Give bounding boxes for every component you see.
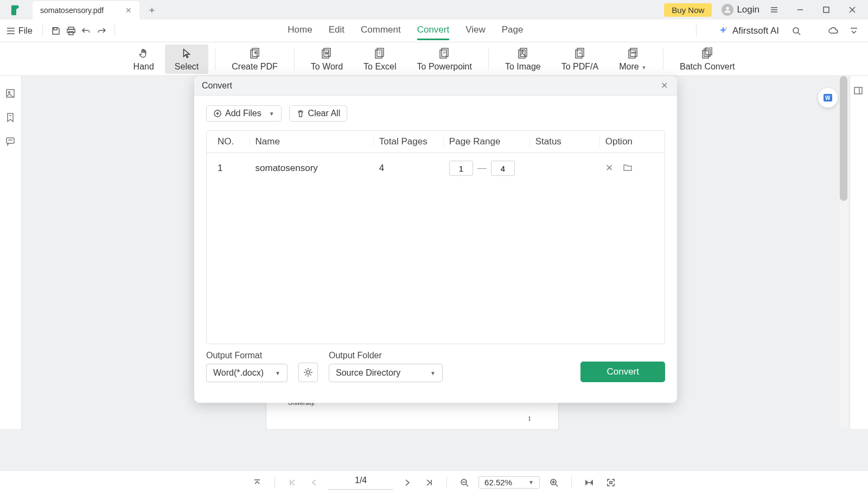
page-indicator[interactable]: 1/4: [328, 476, 393, 490]
convert-button[interactable]: Convert: [580, 362, 665, 382]
settings-button[interactable]: [298, 363, 318, 382]
clear-all-button[interactable]: Clear All: [289, 105, 348, 122]
divider: [294, 48, 295, 70]
buy-now-button[interactable]: Buy Now: [664, 3, 712, 17]
login-button[interactable]: Login: [722, 4, 760, 16]
document-tab[interactable]: somatosensory.pdf ✕: [33, 1, 139, 20]
bookmarks-icon[interactable]: [5, 112, 17, 124]
save-icon[interactable]: [48, 23, 63, 39]
range-from-input[interactable]: [449, 161, 473, 176]
more-tool[interactable]: More ▼: [609, 45, 656, 74]
word-float-button[interactable]: W: [818, 88, 838, 107]
select-tool[interactable]: Select: [165, 45, 208, 74]
zoom-out-icon[interactable]: [457, 475, 472, 490]
convert-ribbon: Hand Select Create PDF To Word E To Exce…: [0, 42, 868, 76]
tab-home[interactable]: Home: [288, 21, 312, 40]
to-image-tool[interactable]: To Image: [495, 45, 551, 74]
plus-circle-icon: [213, 109, 222, 118]
chevron-down-icon: ▼: [430, 370, 436, 376]
fit-width-icon[interactable]: [582, 475, 597, 490]
collapse-ribbon-icon[interactable]: [846, 23, 861, 39]
tab-page[interactable]: Page: [502, 21, 524, 40]
window-close-button[interactable]: [841, 2, 864, 18]
dialog-title: Convert: [202, 81, 232, 91]
output-folder-value: Source Directory: [336, 368, 400, 378]
word-icon: [320, 47, 334, 61]
first-page-icon[interactable]: [285, 475, 300, 490]
image-icon: [516, 47, 530, 61]
dialog-close-icon[interactable]: ✕: [659, 80, 669, 91]
svg-rect-48: [7, 138, 14, 143]
create-pdf-tool[interactable]: Create PDF: [222, 45, 287, 74]
batch-icon: [700, 47, 714, 61]
cloud-icon[interactable]: [826, 23, 841, 39]
svg-point-41: [635, 52, 636, 53]
to-word-tool[interactable]: To Word: [301, 45, 353, 74]
svg-rect-13: [67, 29, 75, 33]
divider: [42, 25, 43, 37]
redo-icon[interactable]: [94, 23, 109, 39]
to-excel-tool[interactable]: E To Excel: [354, 45, 406, 74]
close-tab-icon[interactable]: ✕: [125, 6, 132, 15]
svg-rect-19: [251, 50, 257, 58]
batch-convert-tool[interactable]: Batch Convert: [670, 45, 744, 74]
panel-toggle-icon[interactable]: [853, 86, 865, 98]
range-to-input[interactable]: [491, 161, 515, 176]
minimize-button[interactable]: [789, 2, 812, 18]
svg-point-39: [631, 52, 633, 53]
tab-view[interactable]: View: [465, 21, 486, 40]
zoom-select[interactable]: 62.52% ▼: [478, 476, 540, 489]
col-total-pages: Total Pages: [374, 136, 444, 147]
vertical-scrollbar[interactable]: [840, 76, 847, 429]
svg-point-15: [725, 27, 727, 29]
svg-rect-11: [54, 28, 57, 30]
output-format-select[interactable]: Word(*.docx) ▼: [206, 364, 288, 382]
scroll-top-icon[interactable]: [250, 475, 265, 490]
svg-rect-32: [520, 48, 527, 56]
maximize-button[interactable]: [815, 2, 838, 18]
chevron-down-icon: ▼: [275, 370, 280, 376]
create-pdf-icon: [248, 47, 262, 61]
tab-convert[interactable]: Convert: [417, 21, 450, 40]
last-page-icon[interactable]: [422, 475, 437, 490]
tab-edit[interactable]: Edit: [329, 21, 344, 40]
to-pdfa-label: To PDF/A: [561, 62, 598, 72]
col-name: Name: [250, 136, 374, 147]
scrollbar-thumb[interactable]: [840, 76, 847, 201]
zoom-in-icon[interactable]: [546, 475, 561, 490]
convert-dialog: Convert ✕ Add Files ▼ Clear All NO. Name: [194, 76, 677, 403]
search-icon[interactable]: [789, 23, 804, 39]
undo-icon[interactable]: [79, 23, 94, 39]
hamburger-menu-icon[interactable]: [763, 2, 786, 18]
add-files-button[interactable]: Add Files ▼: [206, 105, 282, 122]
col-page-range: Page Range: [444, 136, 530, 147]
svg-rect-71: [610, 482, 612, 484]
divider: [488, 48, 489, 70]
app-logo: [0, 4, 33, 16]
ai-brand-button[interactable]: Afirstsoft AI: [718, 26, 779, 36]
batch-convert-label: Batch Convert: [680, 62, 735, 72]
to-pdfa-tool[interactable]: A To PDF/A: [552, 45, 608, 74]
fit-page-icon[interactable]: [603, 475, 618, 490]
open-folder-icon[interactable]: [623, 162, 633, 175]
file-menu[interactable]: File: [7, 26, 33, 36]
print-icon[interactable]: [63, 23, 79, 39]
next-page-icon[interactable]: [400, 475, 415, 490]
output-folder-select[interactable]: Source Directory ▼: [329, 364, 443, 382]
tab-comment[interactable]: Comment: [361, 21, 401, 40]
row-range: —: [444, 161, 530, 176]
prev-page-icon[interactable]: [307, 475, 322, 490]
to-powerpoint-tool[interactable]: P To Powerpoint: [407, 45, 482, 74]
comments-icon[interactable]: [5, 136, 17, 148]
new-tab-button[interactable]: ＋: [147, 3, 157, 16]
remove-row-icon[interactable]: ✕: [605, 162, 613, 175]
svg-line-63: [466, 484, 468, 486]
hand-tool[interactable]: Hand: [124, 45, 164, 74]
svg-rect-5: [824, 7, 829, 12]
output-format-label: Output Format: [206, 351, 288, 360]
to-word-label: To Word: [311, 62, 343, 72]
svg-point-33: [521, 50, 523, 52]
hand-icon: [137, 47, 151, 61]
main-area: ¹ The following description is based on …: [0, 76, 868, 429]
thumbnails-icon[interactable]: [5, 88, 17, 100]
